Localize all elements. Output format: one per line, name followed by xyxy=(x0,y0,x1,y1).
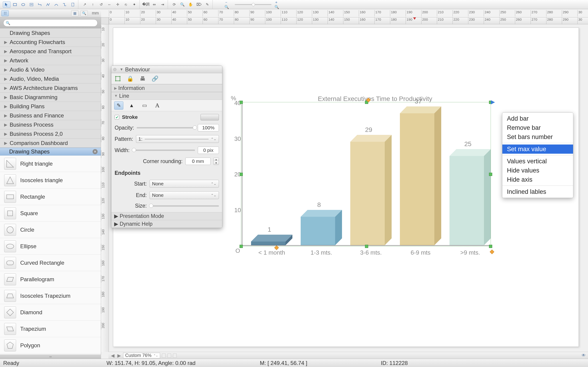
opacity-slider[interactable] xyxy=(137,127,195,128)
smart-tag-icon[interactable] xyxy=(490,100,495,105)
pattern-select[interactable]: 1: ⌃⌄ xyxy=(136,135,219,143)
corner-stepper[interactable]: ▲▼ xyxy=(213,158,219,165)
information-section-header[interactable]: ▶ Information xyxy=(111,84,222,92)
library-tree-item[interactable]: ▶Business Process xyxy=(0,120,101,129)
library-tree-item[interactable]: ▶Artwork xyxy=(0,56,101,65)
text-block-tool[interactable] xyxy=(27,1,35,8)
panel-resize-grip[interactable]: ═ xyxy=(0,355,101,359)
pen-mode-icon[interactable]: ✎ xyxy=(114,101,123,110)
connector-l-tool[interactable] xyxy=(36,1,44,8)
context-menu-item[interactable]: Inclined lables xyxy=(502,187,573,196)
shape-list-item[interactable]: Square xyxy=(0,205,101,222)
arrow-ne-icon[interactable]: ↗ xyxy=(81,1,88,8)
shape-list-item[interactable]: Right triangle xyxy=(0,156,101,172)
ellipse-tool[interactable] xyxy=(19,1,27,8)
context-menu-item[interactable]: Hide values xyxy=(502,166,573,175)
shape-list-item[interactable]: Isosceles triangle xyxy=(0,172,101,189)
page-prev-icon[interactable]: ◀ xyxy=(110,353,115,358)
arrow-both-icon[interactable]: ↔ xyxy=(105,1,113,8)
library-tree-item[interactable]: ▶Business and Finance xyxy=(0,111,101,120)
selection-handle[interactable] xyxy=(489,245,492,248)
corner-rounding-value[interactable]: 0 mm xyxy=(185,158,211,165)
new-page-icon[interactable] xyxy=(69,1,77,8)
context-menu-item[interactable]: Add bar xyxy=(502,114,573,123)
zoom-in-icon[interactable]: ＋🔍 xyxy=(274,1,282,8)
panel-close-dot-icon[interactable] xyxy=(113,68,116,71)
line-section-header[interactable]: ▼ Line xyxy=(111,92,222,100)
stroke-color-swatch[interactable] xyxy=(200,114,219,120)
end-select[interactable]: None ⌃⌄ xyxy=(149,191,219,199)
shape-list-item[interactable]: Diamond xyxy=(0,304,101,321)
library-tree-item[interactable]: ▶AWS Architecture Diagrams xyxy=(0,83,101,93)
library-tree-item[interactable]: ▶Accounting Flowcharts xyxy=(0,38,101,47)
selection-handle[interactable] xyxy=(365,245,368,248)
context-menu-item[interactable]: Values vertical xyxy=(502,157,573,166)
shape-list-item[interactable]: Polygon xyxy=(0,337,101,354)
library-search-icon[interactable]: 🔍 xyxy=(80,10,88,16)
library-tree-view-icon[interactable]: ☷ xyxy=(1,10,9,16)
page-tab[interactable] xyxy=(173,353,177,358)
lock-icon[interactable]: 🔒 xyxy=(126,75,134,83)
context-menu-item[interactable]: Hide axis xyxy=(502,175,573,184)
stroke-checkbox[interactable]: ✔ xyxy=(115,115,119,119)
selection-handle[interactable] xyxy=(489,173,492,176)
library-tree-item[interactable]: ▶Audio & Video xyxy=(0,65,101,74)
context-menu-item[interactable]: Set bars number xyxy=(502,132,573,142)
dynamic-help-header[interactable]: ▶ Dynamic Help xyxy=(111,220,222,228)
library-tree-item[interactable]: ▶Basic Diagramming xyxy=(0,93,101,102)
align-center-icon[interactable]: ⇔ xyxy=(150,1,158,8)
fill-mode-icon[interactable]: ▲ xyxy=(127,101,136,110)
library-grid-view-icon[interactable]: ▦ xyxy=(71,10,78,16)
crosshair-icon[interactable]: ✦ xyxy=(130,1,138,8)
opacity-value[interactable]: 100% xyxy=(198,124,219,131)
shape-list-item[interactable]: Isosceles Trapezium xyxy=(0,288,101,304)
shadow-mode-icon[interactable]: ▭ xyxy=(140,101,149,110)
context-menu-item[interactable]: Set max value xyxy=(502,144,573,154)
shape-list-item[interactable]: Curved Rectangle xyxy=(0,255,101,271)
link-behaviour-icon[interactable]: 🔗 xyxy=(151,75,159,83)
selection-handle[interactable] xyxy=(240,173,243,176)
resize-behaviour-icon[interactable] xyxy=(114,75,122,83)
chart[interactable]: External Executives Time to Productivity… xyxy=(242,97,490,257)
library-tree-item[interactable]: Drawing Shapes xyxy=(0,28,101,38)
connector-step-tool[interactable] xyxy=(61,1,69,8)
presentation-mode-header[interactable]: ▶ Presentation Mode xyxy=(111,212,222,220)
arrow-cross-icon[interactable]: ✛ xyxy=(114,1,121,8)
preview-icon[interactable]: 👁 xyxy=(582,353,586,358)
eyedropper-icon[interactable]: ✎ xyxy=(203,1,211,8)
library-tree-item[interactable]: ▶Building Plans xyxy=(0,102,101,111)
library-tree-item[interactable]: ▶Aerospace and Transport xyxy=(0,47,101,56)
arrow-up-icon[interactable]: ↑ xyxy=(89,1,97,8)
library-tree-item[interactable]: ▶Comparison Dashboard xyxy=(0,139,101,148)
context-menu-item[interactable]: Remove bar xyxy=(502,123,573,132)
close-library-icon[interactable]: ✕ xyxy=(93,149,98,154)
width-slider[interactable] xyxy=(132,150,195,151)
rect-tool[interactable] xyxy=(11,1,19,8)
connector-curve-tool[interactable] xyxy=(52,1,60,8)
shape-list-item[interactable]: Ellipse xyxy=(0,238,101,255)
endpoint-size-slider[interactable] xyxy=(149,205,219,207)
arrow-curve-icon[interactable]: ↺ xyxy=(97,1,105,8)
connector-poly-tool[interactable] xyxy=(44,1,52,8)
active-library-header[interactable]: Drawing Shapes ✕ xyxy=(0,148,101,156)
page-tab[interactable] xyxy=(162,353,166,358)
page-tab[interactable] xyxy=(167,353,171,358)
start-select[interactable]: None ⌃⌄ xyxy=(149,180,219,188)
width-value[interactable]: 0 pix xyxy=(198,147,219,154)
shape-list-item[interactable]: Circle xyxy=(0,222,101,238)
zoom-slider[interactable] xyxy=(235,4,271,5)
shape-list-item[interactable]: Rectangle xyxy=(0,189,101,205)
shape-list-item[interactable]: Parallelogram xyxy=(0,271,101,288)
refresh-icon[interactable]: ⟳ xyxy=(170,1,178,8)
zoom-out-icon[interactable]: －🔍 xyxy=(224,1,232,8)
stamp-icon[interactable]: ⌦ xyxy=(195,1,203,8)
library-search-input[interactable]: 🔍 xyxy=(3,19,98,27)
selection-diamond-handle[interactable] xyxy=(490,250,494,254)
anchor-icon[interactable]: ⎋ xyxy=(122,1,130,8)
property-panel-titlebar[interactable]: ▼ Behaviour xyxy=(111,66,222,73)
page-next-icon[interactable]: ▶ xyxy=(117,353,121,358)
text-mode-icon[interactable]: A xyxy=(153,101,162,110)
print-behaviour-icon[interactable]: 🖶 xyxy=(138,75,147,83)
selection-handle[interactable] xyxy=(240,245,243,248)
shape-list-item[interactable]: Trapezium xyxy=(0,321,101,337)
